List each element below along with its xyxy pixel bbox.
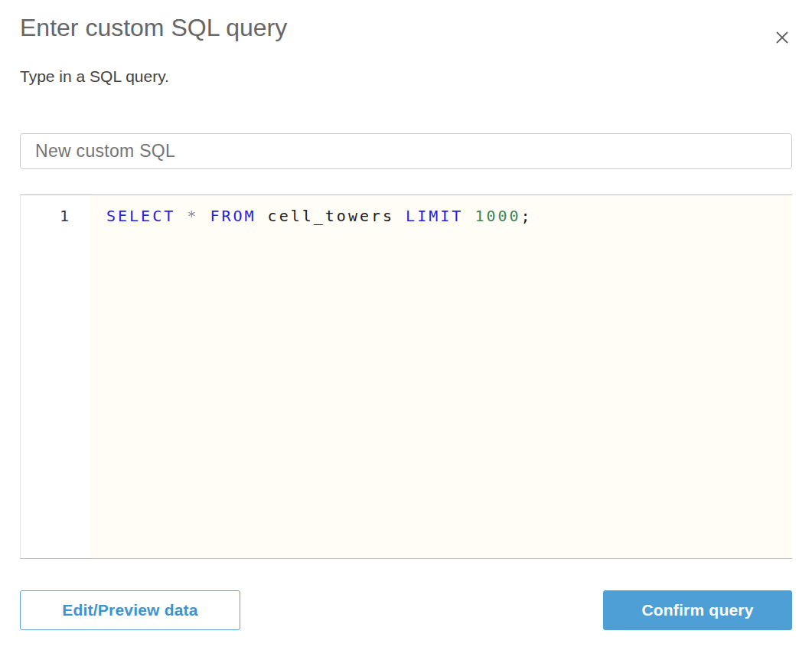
dialog-title: Enter custom SQL query xyxy=(20,11,792,44)
dialog-subtitle: Type in a SQL query. xyxy=(20,66,792,87)
line-number: 1 xyxy=(21,204,69,229)
edit-preview-data-button[interactable]: Edit/Preview data xyxy=(20,590,240,630)
dialog-footer: Edit/Preview data Confirm query xyxy=(20,590,792,630)
sql-editor[interactable]: 1 SELECT * FROM cell_towers LIMIT 1000; xyxy=(20,194,792,559)
custom-sql-dialog: Enter custom SQL query Type in a SQL que… xyxy=(0,11,812,647)
query-name-input[interactable] xyxy=(20,133,792,169)
close-icon[interactable] xyxy=(772,28,792,47)
confirm-query-button[interactable]: Confirm query xyxy=(603,590,792,630)
editor-code-area[interactable]: SELECT * FROM cell_towers LIMIT 1000; xyxy=(90,195,792,558)
sql-code-line: SELECT * FROM cell_towers LIMIT 1000; xyxy=(106,204,792,229)
editor-gutter: 1 xyxy=(21,195,90,558)
close-x-glyph xyxy=(774,30,790,45)
